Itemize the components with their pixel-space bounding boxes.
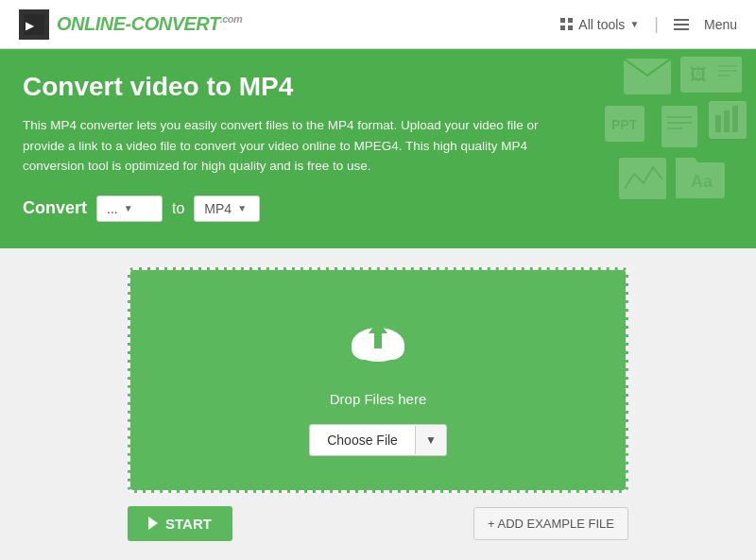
svg-text:Aa: Aa: [691, 172, 713, 191]
add-example-button[interactable]: + ADD EXAMPLE FILE: [473, 507, 628, 540]
bottom-row: START + ADD EXAMPLE FILE: [128, 493, 628, 541]
drop-zone[interactable]: Drop Files here Choose File ▼: [128, 267, 628, 493]
logo[interactable]: ▶ ONLINE-CONVERT.com: [19, 9, 242, 40]
hero-description: This MP4 converter lets you easily conve…: [23, 115, 552, 177]
svg-rect-6: [715, 115, 721, 132]
svg-rect-8: [732, 106, 738, 132]
start-label: START: [165, 516, 212, 532]
svg-point-23: [352, 337, 378, 360]
menu-label[interactable]: Menu: [704, 17, 737, 32]
grid-icon: [560, 18, 574, 31]
to-chevron-icon: ▼: [237, 203, 247, 213]
convert-label: Convert: [23, 198, 87, 218]
from-chevron-icon: ▼: [124, 203, 133, 213]
all-tools-button[interactable]: All tools ▼: [560, 17, 639, 32]
drop-files-text: Drop Files here: [330, 391, 427, 407]
to-format-value: MP4: [204, 201, 232, 216]
choose-file-button[interactable]: Choose File: [310, 425, 415, 455]
choose-file-chevron-icon[interactable]: ▼: [415, 426, 446, 454]
to-label: to: [172, 200, 184, 217]
choose-file-wrapper[interactable]: Choose File ▼: [309, 424, 447, 456]
logo-com: .com: [220, 13, 243, 25]
start-button[interactable]: START: [128, 506, 232, 541]
hero-banner: 🖼 PPT Aa Convert video to MP4 This MP4 c…: [0, 49, 756, 248]
svg-point-24: [378, 337, 404, 360]
logo-text-online: ONLINE-: [57, 13, 131, 34]
header: ▶ ONLINE-CONVERT.com All tools ▼ | Menu: [0, 0, 756, 49]
hero-title: Convert video to MP4: [23, 72, 733, 102]
from-format-value: ...: [107, 201, 118, 216]
main-content: Drop Files here Choose File ▼ START + AD…: [0, 248, 756, 560]
to-format-select[interactable]: MP4 ▼: [194, 195, 260, 222]
convert-row: Convert ... ▼ to MP4 ▼: [23, 195, 733, 222]
all-tools-label: All tools: [578, 17, 625, 32]
svg-text:PPT: PPT: [611, 117, 638, 132]
logo-text-convert: CONVERT: [131, 13, 220, 34]
logo-icon: ▶: [19, 9, 49, 40]
chevron-down-icon: ▼: [629, 19, 639, 29]
nav-area: All tools ▼ | Menu: [560, 14, 737, 34]
svg-rect-15: [619, 158, 666, 199]
svg-rect-11: [662, 106, 697, 147]
start-arrow-icon: [148, 517, 158, 530]
from-format-select[interactable]: ... ▼: [96, 195, 163, 222]
cloud-upload-icon: [344, 308, 412, 380]
nav-divider: |: [654, 14, 659, 34]
logo-text: ONLINE-CONVERT.com: [57, 13, 242, 35]
svg-rect-7: [724, 110, 730, 132]
hamburger-icon[interactable]: [674, 19, 689, 30]
